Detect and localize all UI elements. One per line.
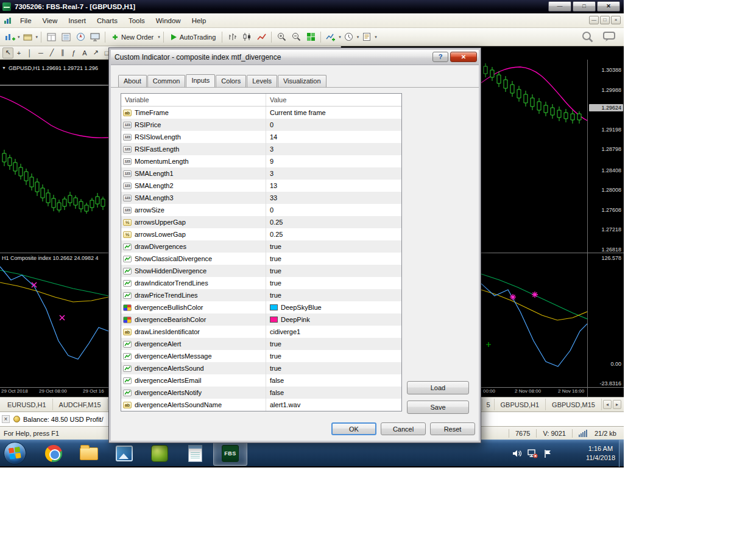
tab-common[interactable]: Common [147,75,186,87]
minimize-button[interactable]: — [548,1,571,12]
param-value-cell[interactable]: 9 [266,155,401,167]
param-row-rsislowlength[interactable]: 123RSISlowLength14 [121,131,401,143]
profiles-caret[interactable]: ▾ [35,35,39,40]
price-scale[interactable]: 1.303881.299881.296241.291981.287981.284… [587,60,624,397]
tabs-scroll-right-button[interactable]: ▸ [613,400,621,409]
param-row-drawlinesidentificator[interactable]: abdrawLinesIdentificatorcidiverge1 [121,326,401,338]
param-value-cell[interactable]: 0 [266,204,401,216]
network-icon[interactable] [527,449,538,458]
action-center-flag-icon[interactable] [543,449,552,458]
zoom-in-button[interactable] [274,30,289,44]
trendline-tool[interactable]: ╱ [46,47,57,58]
chart-tab-gbpusd-m15[interactable]: GBPUSD,M15 [546,399,602,410]
param-row-rsiprice[interactable]: 123RSIPrice0 [121,119,401,131]
ok-button[interactable]: OK [331,422,376,435]
search-icon[interactable] [582,31,593,43]
column-variable[interactable]: Variable [121,94,266,106]
taskbar-clock[interactable]: 1:16 AM 11/4/2018 [586,440,615,467]
menu-tools[interactable]: Tools [123,15,150,26]
param-value-cell[interactable]: 3 [266,143,401,155]
horizontal-line-tool[interactable]: ─ [35,47,46,58]
param-row-smalength2[interactable]: 123SMALength213 [121,180,401,192]
dialog-close-button[interactable]: ✕ [450,52,477,62]
tile-windows-button[interactable] [303,30,318,44]
param-row-smalength3[interactable]: 123SMALength333 [121,192,401,204]
param-value-cell[interactable]: alert1.wav [266,399,401,411]
data-window-button[interactable] [58,30,73,44]
param-row-rsifastlength[interactable]: 123RSIFastLength3 [121,143,401,155]
show-desktop-button[interactable] [619,440,624,467]
chart-tab-eurusd-h1[interactable]: EURUSD,H1 [1,399,53,410]
candlestick-chart-button[interactable] [239,30,254,44]
navigator-button[interactable] [73,30,88,44]
dialog-help-button[interactable]: ? [432,52,448,62]
param-value-cell[interactable]: 0.25 [266,216,401,228]
param-row-divergencealert[interactable]: divergenceAlerttrue [121,338,401,350]
menu-file[interactable]: File [15,15,37,26]
param-row-divergencealertsemail[interactable]: divergenceAlertsEmailfalse [121,374,401,387]
profiles-button[interactable] [21,30,35,44]
param-value-cell[interactable]: DeepPink [266,313,401,326]
param-row-divergencebearishcolor[interactable]: divergenceBearishColorDeepPink [121,313,401,326]
param-row-divergencealertsnotify[interactable]: divergenceAlertsNotifyfalse [121,387,401,399]
tab-inputs[interactable]: Inputs [186,74,215,87]
fibonacci-tool[interactable]: ƒ [68,47,79,58]
param-value-cell[interactable]: true [266,240,401,253]
param-value-cell[interactable]: 0 [266,119,401,131]
param-value-cell[interactable]: true [266,289,401,301]
tab-about[interactable]: About [118,75,147,87]
param-value-cell[interactable]: 13 [266,180,401,192]
taskbar-photos-button[interactable] [107,441,141,466]
new-order-button[interactable]: New Order [108,32,157,42]
arrow-tool[interactable]: ↗ [90,47,101,58]
param-row-drawpricetrendlines[interactable]: drawPriceTrendLinestrue [121,289,401,301]
param-row-divergencebullishcolor[interactable]: divergenceBullishColorDeepSkyBlue [121,301,401,313]
start-button[interactable] [4,442,26,464]
menu-window[interactable]: Window [150,15,186,26]
param-row-divergencealertssoundname[interactable]: abdivergenceAlertsSoundNamealert1.wav [121,399,401,411]
param-value-cell[interactable]: true [266,350,401,362]
menu-help[interactable]: Help [186,15,212,26]
chat-icon[interactable] [603,32,615,42]
bar-chart-button[interactable] [225,30,239,44]
param-value-cell[interactable]: Current time frame [266,107,401,119]
param-value-cell[interactable]: DeepSkyBlue [266,301,401,313]
tab-levels[interactable]: Levels [247,75,277,87]
new-order-caret[interactable]: ▾ [157,35,161,40]
chart-tab-gbpusd-h1[interactable]: GBPUSD,H1 [495,399,546,410]
reset-button[interactable]: Reset [430,422,475,435]
volume-icon[interactable] [512,449,522,458]
tab-colors[interactable]: Colors [216,75,246,87]
market-watch-button[interactable] [44,30,58,44]
taskbar-explorer-button[interactable] [72,441,106,466]
terminal-close-button[interactable]: × [2,415,10,423]
main-chart-left[interactable] [0,60,108,397]
menu-charts[interactable]: Charts [91,15,123,26]
new-chart-caret[interactable]: ▾ [17,35,21,40]
child-close-button[interactable]: × [611,16,621,24]
new-chart-button[interactable] [2,30,17,44]
param-row-drawindicatortrendlines[interactable]: drawIndicatorTrendLinestrue [121,277,401,289]
param-value-cell[interactable]: cidiverge1 [266,326,401,338]
param-row-arrowslowergap[interactable]: ½arrowsLowerGap0.25 [121,228,401,240]
param-row-showclassicaldivergence[interactable]: ShowClassicalDivergencetrue [121,253,401,265]
vertical-line-tool[interactable]: │ [24,47,35,58]
indicators-caret[interactable]: ▾ [338,35,342,40]
load-button[interactable]: Load [407,381,469,394]
param-value-cell[interactable]: 3 [266,167,401,180]
param-value-cell[interactable]: 14 [266,131,401,143]
param-value-cell[interactable]: true [266,265,401,277]
text-tool[interactable]: A [79,47,90,58]
column-value[interactable]: Value [266,94,401,106]
line-chart-button[interactable] [254,30,269,44]
templates-caret[interactable]: ▾ [374,35,378,40]
main-chart-right[interactable] [481,60,587,397]
param-value-cell[interactable]: 33 [266,192,401,204]
maximize-button[interactable]: □ [573,1,596,12]
indicators-button[interactable] [323,30,338,44]
taskbar-green-app-button[interactable] [143,441,177,466]
param-row-momentumlength[interactable]: 123MomentumLength9 [121,155,401,167]
dialog-titlebar[interactable]: Custom Indicator - composite index mtf_d… [111,50,479,65]
child-restore-button[interactable]: □ [600,16,610,24]
save-button[interactable]: Save [407,401,469,414]
